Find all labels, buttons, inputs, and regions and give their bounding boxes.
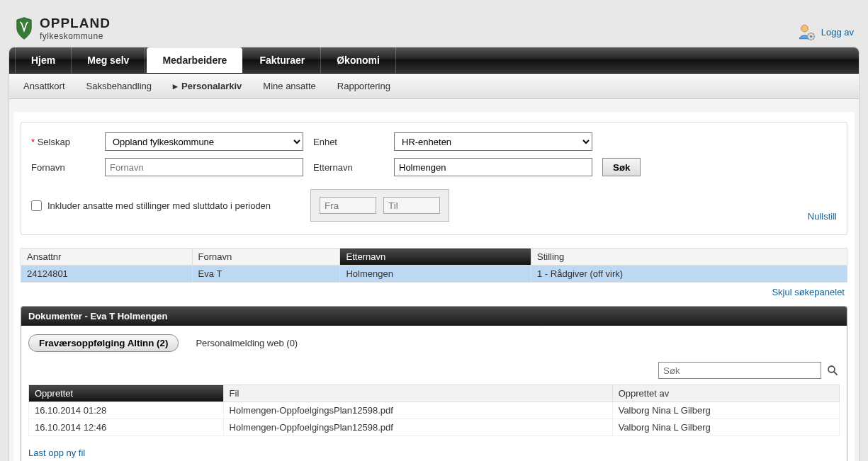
table-row[interactable]: 16.10.2014 12:46 Holmengen-OppfoelgingsP… bbox=[29, 419, 840, 436]
fornavn-input[interactable] bbox=[105, 158, 303, 176]
shield-icon bbox=[14, 16, 34, 40]
results-table: Ansattnr Fornavn Etternavn Stilling 2412… bbox=[21, 248, 847, 283]
tab-meg-selv[interactable]: Meg selv bbox=[72, 47, 145, 73]
table-row[interactable]: 16.10.2014 01:28 Holmengen-OppfoelgingsP… bbox=[29, 402, 840, 419]
table-row[interactable]: 24124801 Eva T Holmengen 1 - Rådgiver (o… bbox=[21, 266, 847, 283]
search-button[interactable]: Søk bbox=[602, 158, 641, 176]
brand-subtitle: fylkeskommune bbox=[40, 31, 111, 41]
subtab-rapportering[interactable]: Rapportering bbox=[337, 81, 390, 91]
tab-hjem[interactable]: Hjem bbox=[15, 47, 72, 73]
subtab-personalarkiv[interactable]: Personalarkiv bbox=[173, 81, 242, 91]
sub-tabbar: Ansattkort Saksbehandling Personalarkiv … bbox=[9, 74, 859, 99]
col-ansattnr[interactable]: Ansattnr bbox=[21, 249, 193, 266]
main-tabbar: Hjem Meg selv Medarbeidere Fakturaer Øko… bbox=[9, 47, 859, 74]
tab-okonomi[interactable]: Økonomi bbox=[321, 47, 396, 73]
cell-ansattnr: 24124801 bbox=[21, 266, 193, 283]
subtab-mine-ansatte[interactable]: Mine ansatte bbox=[263, 81, 315, 91]
cell-opprettet-av: Valborg Nina L Gilberg bbox=[612, 419, 839, 436]
cell-opprettet: 16.10.2014 12:46 bbox=[29, 419, 224, 436]
subtab-ansattkort[interactable]: Ansattkort bbox=[23, 81, 65, 91]
subtab-saksbehandling[interactable]: Saksbehandling bbox=[86, 81, 152, 91]
cell-fil: Holmengen-OppfoelgingsPlan12598.pdf bbox=[223, 419, 612, 436]
logoff-link[interactable]: Logg av bbox=[821, 27, 854, 38]
cell-stilling: 1 - Rådgiver (off virk) bbox=[531, 266, 847, 283]
brand-name: OPPLAND bbox=[40, 16, 111, 31]
svg-point-0 bbox=[801, 25, 808, 32]
svg-line-12 bbox=[834, 372, 837, 375]
documents-table: Opprettet Fil Opprettet av 16.10.2014 01… bbox=[28, 385, 840, 436]
cell-etternavn: Holmengen bbox=[340, 266, 531, 283]
cell-fornavn: Eva T bbox=[192, 266, 340, 283]
tab-fakturaer[interactable]: Fakturaer bbox=[244, 47, 321, 73]
doc-tab-personalmelding[interactable]: Personalmelding web (0) bbox=[196, 338, 298, 348]
cell-opprettet-av: Valborg Nina L Gilberg bbox=[612, 402, 839, 419]
include-closed-checkbox[interactable]: Inkluder ansatte med stillinger med slut… bbox=[31, 200, 271, 211]
cell-opprettet: 16.10.2014 01:28 bbox=[29, 402, 224, 419]
date-to-input[interactable] bbox=[383, 197, 440, 214]
hide-search-panel-link[interactable]: Skjul søkepanelet bbox=[772, 287, 845, 297]
date-range-group bbox=[310, 189, 449, 222]
col-stilling[interactable]: Stilling bbox=[531, 249, 847, 266]
documents-panel: Dokumenter - Eva T Holmengen Fraværsoppf… bbox=[21, 306, 847, 461]
etternavn-input[interactable] bbox=[394, 158, 592, 176]
cell-fil: Holmengen-OppfoelgingsPlan12598.pdf bbox=[223, 402, 612, 419]
selskap-label: Selskap bbox=[31, 137, 95, 147]
doc-tab-fravaer[interactable]: Fraværsoppfølging Altinn (2) bbox=[28, 334, 179, 352]
brand-logo: OPPLAND fylkeskommune bbox=[14, 16, 111, 41]
col-opprettet-av[interactable]: Opprettet av bbox=[612, 385, 839, 402]
user-settings-icon[interactable] bbox=[797, 23, 816, 41]
reset-link[interactable]: Nullstill bbox=[808, 211, 837, 222]
etternavn-label: Etternavn bbox=[313, 162, 384, 173]
search-panel: Selskap Oppland fylkeskommune Enhet HR-e… bbox=[21, 122, 847, 235]
selskap-select[interactable]: Oppland fylkeskommune bbox=[105, 132, 303, 151]
documents-search-input[interactable] bbox=[658, 362, 821, 379]
tab-medarbeidere[interactable]: Medarbeidere bbox=[147, 47, 242, 73]
col-etternavn[interactable]: Etternavn bbox=[340, 249, 531, 266]
search-icon[interactable] bbox=[825, 362, 840, 379]
enhet-select[interactable]: HR-enheten bbox=[394, 132, 592, 151]
svg-point-2 bbox=[809, 35, 812, 38]
include-closed-input[interactable] bbox=[31, 200, 42, 211]
col-opprettet[interactable]: Opprettet bbox=[29, 385, 224, 402]
upload-file-link[interactable]: Last opp ny fil bbox=[28, 448, 85, 458]
enhet-label: Enhet bbox=[313, 137, 384, 147]
col-fornavn[interactable]: Fornavn bbox=[192, 249, 340, 266]
fornavn-label: Fornavn bbox=[31, 162, 95, 173]
include-closed-label: Inkluder ansatte med stillinger med slut… bbox=[47, 200, 271, 211]
date-from-input[interactable] bbox=[320, 197, 376, 214]
col-fil[interactable]: Fil bbox=[223, 385, 612, 402]
documents-title: Dokumenter - Eva T Holmengen bbox=[21, 307, 847, 326]
